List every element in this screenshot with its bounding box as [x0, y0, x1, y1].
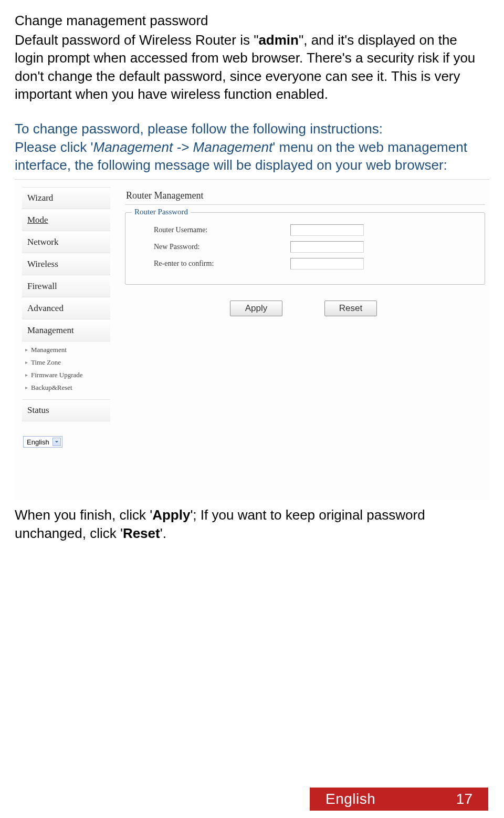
language-select[interactable]: English: [23, 436, 62, 448]
sidebar-item-mode[interactable]: Mode: [22, 209, 110, 231]
input-confirm[interactable]: [290, 258, 364, 270]
label-confirm: Re-enter to confirm:: [133, 260, 290, 268]
blue-line2-pre: Please click ': [15, 139, 93, 155]
sidebar-item-firewall[interactable]: Firewall: [22, 275, 110, 297]
sidebar-item-label: Network: [27, 237, 58, 247]
input-new-password[interactable]: [290, 241, 364, 253]
sub-item-label: Time Zone: [31, 358, 61, 367]
sub-item-management[interactable]: ▸Management: [24, 344, 110, 356]
sidebar-item-wizard[interactable]: Wizard: [22, 187, 110, 209]
intro-pre: Default password of Wireless Router is ": [15, 32, 258, 48]
footer-page-number: 17: [456, 791, 472, 807]
sub-item-label: Backup&Reset: [31, 384, 72, 392]
sidebar-item-label: Management: [27, 325, 74, 336]
form-row-confirm: Re-enter to confirm:: [133, 258, 477, 270]
sidebar-item-label: Advanced: [27, 303, 64, 314]
admin-word: admin: [258, 32, 299, 48]
panel-title: Router Management: [125, 187, 485, 205]
sub-item-label: Firmware Upgrade: [31, 371, 83, 379]
closing-paragraph: When you finish, click 'Apply'; If you w…: [15, 506, 489, 542]
input-username[interactable]: [290, 224, 364, 236]
section-title: Change management password: [15, 12, 489, 30]
main-panel: Router Management Router Password Router…: [125, 187, 489, 501]
footer-bar: English 17: [310, 788, 488, 811]
sub-item-label: Management: [31, 346, 67, 354]
closing-pre1: When you finish, click ': [15, 507, 152, 523]
chevron-down-icon: [52, 438, 61, 446]
bullet-icon: ▸: [25, 385, 28, 390]
sidebar-item-network[interactable]: Network: [22, 231, 110, 253]
language-selected: English: [27, 438, 49, 446]
closing-post: '.: [160, 525, 166, 541]
instruction-paragraph: To change password, please follow the fo…: [15, 120, 489, 174]
sidebar-item-management[interactable]: Management: [22, 319, 110, 341]
footer-language: English: [326, 791, 375, 807]
sidebar-item-label: Firewall: [27, 281, 57, 292]
sidebar-item-label: Status: [27, 405, 49, 416]
sub-item-firmware[interactable]: ▸Firmware Upgrade: [24, 369, 110, 381]
sidebar-item-status[interactable]: Status: [22, 399, 110, 421]
reset-word: Reset: [123, 525, 160, 541]
sidebar-item-advanced[interactable]: Advanced: [22, 297, 110, 319]
apply-word: Apply: [152, 507, 190, 523]
router-password-fieldset: Router Password Router Username: New Pas…: [125, 212, 485, 285]
management-path: Management -> Management: [93, 139, 272, 155]
form-row-new-password: New Password:: [133, 241, 477, 253]
sidebar-item-label: Wizard: [27, 193, 53, 203]
button-row: Apply Reset: [125, 301, 485, 316]
sidebar-item-label: Wireless: [27, 259, 58, 270]
apply-button[interactable]: Apply: [230, 301, 282, 316]
blue-line1: To change password, please follow the fo…: [15, 121, 383, 137]
label-username: Router Username:: [133, 226, 290, 234]
form-row-username: Router Username:: [133, 224, 477, 236]
sidebar: Wizard Mode Network Wireless Firewall Ad…: [22, 187, 110, 501]
bullet-icon: ▸: [25, 347, 28, 353]
reset-button[interactable]: Reset: [324, 301, 377, 316]
intro-paragraph: Default password of Wireless Router is "…: [15, 31, 489, 103]
bullet-icon: ▸: [25, 372, 28, 378]
sidebar-item-label: Mode: [27, 215, 48, 225]
fieldset-legend: Router Password: [132, 208, 191, 216]
sub-item-timezone[interactable]: ▸Time Zone: [24, 356, 110, 369]
router-screenshot: Wizard Mode Network Wireless Firewall Ad…: [15, 179, 489, 501]
label-new-password: New Password:: [133, 243, 290, 251]
sidebar-item-wireless[interactable]: Wireless: [22, 253, 110, 275]
sidebar-sub-items: ▸Management ▸Time Zone ▸Firmware Upgrade…: [22, 341, 110, 399]
sub-item-backup[interactable]: ▸Backup&Reset: [24, 381, 110, 394]
bullet-icon: ▸: [25, 360, 28, 365]
